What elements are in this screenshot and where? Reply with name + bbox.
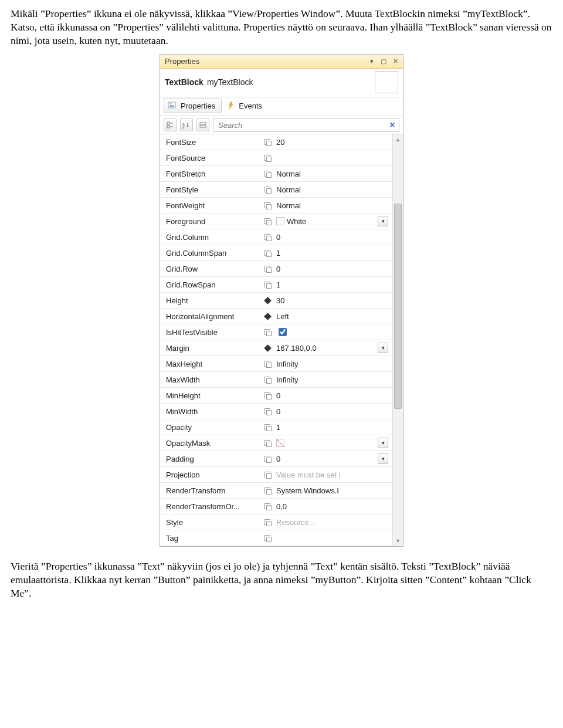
property-marker[interactable]: [261, 155, 274, 161]
property-name: FontStyle: [160, 185, 261, 194]
property-marker[interactable]: [261, 456, 274, 462]
scroll-down-button[interactable]: ▼: [393, 536, 403, 546]
property-value[interactable]: 167,180,0,0▾: [274, 343, 392, 353]
square-marker-icon: [264, 392, 270, 398]
property-row: Grid.RowSpan1: [160, 277, 392, 293]
property-row: FontWeightNormal: [160, 198, 392, 214]
panel-close-button[interactable]: ✕: [390, 56, 401, 67]
property-value[interactable]: Infinity: [274, 360, 392, 368]
property-row: HorizontalAlignmentLeft: [160, 309, 392, 324]
property-marker[interactable]: [261, 361, 274, 367]
property-value-text: White: [287, 217, 306, 226]
property-value[interactable]: 0: [274, 391, 392, 400]
property-marker[interactable]: [261, 392, 274, 398]
scroll-up-button[interactable]: ▲: [393, 134, 403, 145]
square-marker-icon: [264, 250, 270, 256]
property-marker[interactable]: [261, 250, 274, 256]
property-value[interactable]: 0,0: [274, 502, 392, 511]
property-value[interactable]: Normal: [274, 185, 392, 194]
property-marker[interactable]: [261, 346, 274, 351]
square-marker-icon: [264, 456, 270, 462]
scroll-thumb[interactable]: [394, 204, 402, 409]
property-marker[interactable]: [261, 171, 274, 177]
search-input[interactable]: [217, 120, 387, 130]
property-marker[interactable]: [261, 408, 274, 414]
property-row: ProjectionValue must be set i: [160, 467, 392, 483]
property-value[interactable]: [274, 326, 392, 338]
property-value[interactable]: ▾: [274, 438, 392, 448]
dropdown-arrow-icon[interactable]: ▾: [378, 453, 388, 464]
property-marker[interactable]: [261, 139, 274, 145]
property-marker[interactable]: [261, 472, 274, 478]
property-name: Foreground: [160, 217, 261, 226]
dropdown-arrow-icon[interactable]: ▾: [378, 438, 388, 448]
dropdown-arrow-icon[interactable]: ▾: [378, 343, 388, 353]
square-marker-icon: [264, 234, 270, 240]
square-marker-icon: [264, 487, 270, 493]
toolbar-row: A Z ✕: [160, 116, 403, 134]
alphabetical-button[interactable]: A Z: [180, 118, 193, 131]
property-value[interactable]: 20: [274, 138, 392, 147]
property-value[interactable]: White▾: [274, 216, 392, 226]
search-box[interactable]: ✕: [213, 118, 399, 132]
property-value-text: 1: [276, 249, 280, 258]
property-marker[interactable]: [261, 487, 274, 493]
panel-menu-button[interactable]: ▾: [367, 56, 377, 67]
property-value[interactable]: 30: [274, 296, 392, 305]
scroll-track[interactable]: [393, 145, 403, 536]
property-value-text: Resource...: [276, 518, 315, 527]
property-value[interactable]: 0: [274, 265, 392, 273]
clear-search-icon[interactable]: ✕: [389, 121, 395, 129]
diamond-marker-icon: [264, 313, 272, 320]
property-marker[interactable]: [261, 282, 274, 287]
property-value[interactable]: Normal: [274, 201, 392, 210]
property-value[interactable]: 1: [274, 423, 392, 432]
property-value[interactable]: 0: [274, 407, 392, 416]
element-name-input[interactable]: myTextBlock: [207, 77, 253, 87]
property-value[interactable]: Resource...: [274, 518, 392, 527]
document-paragraph-2: Vieritä ”Properties” ikkunassa ”Text” nä…: [0, 553, 563, 604]
dropdown-arrow-icon[interactable]: ▾: [378, 216, 388, 226]
property-marker[interactable]: [261, 535, 274, 541]
square-marker-icon: [264, 440, 270, 446]
property-value[interactable]: 1: [274, 249, 392, 258]
tab-properties[interactable]: Properties: [164, 99, 222, 113]
svg-rect-5: [167, 122, 169, 124]
property-row: MinHeight0: [160, 388, 392, 404]
property-value[interactable]: 0: [274, 233, 392, 242]
property-checkbox[interactable]: [279, 328, 287, 336]
property-value[interactable]: Infinity: [274, 375, 392, 384]
scrollbar[interactable]: ▲ ▼: [392, 134, 403, 546]
property-value[interactable]: Left: [274, 312, 392, 321]
property-name: FontStretch: [160, 170, 261, 178]
property-marker[interactable]: [261, 424, 274, 430]
property-name: FontSize: [160, 138, 261, 147]
property-value-text: 0: [276, 265, 280, 273]
property-marker[interactable]: [261, 218, 274, 224]
panel-titlebar: Properties ▾ ▢ ✕: [160, 55, 403, 69]
property-name: FontSource: [160, 154, 261, 162]
property-value[interactable]: System.Windows.I: [274, 486, 392, 495]
property-marker[interactable]: [261, 329, 274, 335]
property-grid-wrap: FontSize20FontSourceFontStretchNormalFon…: [160, 134, 403, 546]
grouping-button[interactable]: [196, 118, 209, 131]
property-marker[interactable]: [261, 440, 274, 446]
property-marker[interactable]: [261, 202, 274, 208]
tab-events[interactable]: Events: [222, 99, 269, 113]
panel-dock-button[interactable]: ▢: [378, 56, 389, 67]
property-marker[interactable]: [261, 298, 274, 303]
property-value[interactable]: Value must be set i: [274, 470, 392, 479]
property-value[interactable]: Normal: [274, 170, 392, 178]
property-marker[interactable]: [261, 503, 274, 509]
property-marker[interactable]: [261, 377, 274, 382]
property-marker[interactable]: [261, 519, 274, 525]
property-value-text: 0: [276, 455, 280, 463]
property-marker[interactable]: [261, 266, 274, 272]
categorize-button[interactable]: [164, 118, 177, 131]
property-marker[interactable]: [261, 314, 274, 319]
property-marker[interactable]: [261, 187, 274, 192]
square-marker-icon: [264, 361, 270, 367]
property-marker[interactable]: [261, 234, 274, 240]
property-value[interactable]: 0▾: [274, 453, 392, 464]
property-value[interactable]: 1: [274, 280, 392, 289]
